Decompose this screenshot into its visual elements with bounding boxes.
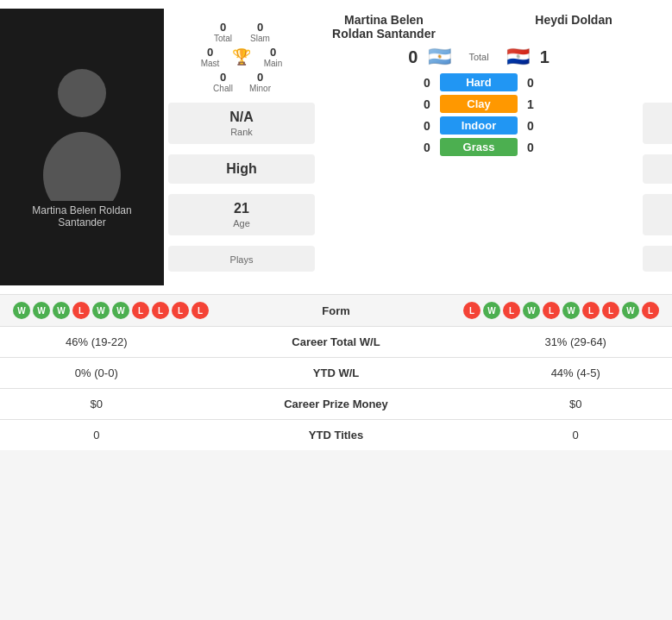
left-score: 0: [408, 47, 418, 67]
left-mast-cell: 0 Mast: [195, 46, 225, 68]
career-wl-right: 31% (29-64): [479, 327, 672, 358]
titles-right: 0: [479, 420, 672, 451]
form-badges-left: W W W L W W L L L L: [13, 302, 304, 319]
right-player-info: 0 Total 0 Slam 0 Mast 🏆 0: [638, 9, 672, 285]
career-wl-left: 46% (19-22): [0, 327, 193, 358]
left-form-3: W: [53, 302, 70, 319]
right-form-3: L: [503, 302, 520, 319]
form-badges-right: L W L W L W L L W L: [369, 302, 660, 319]
left-total-cell: 0 Total: [208, 21, 238, 43]
stats-row-4: 0 YTD Titles 0: [0, 420, 672, 451]
ytd-wl-right: 44% (4-5): [479, 358, 672, 389]
stats-row-3: $0 Career Prize Money $0: [0, 389, 672, 420]
indoor-left-score: 0: [419, 119, 435, 133]
left-center-name: Martina Belen Roldan Santander: [323, 13, 444, 41]
right-form-2: W: [483, 302, 500, 319]
surface-row-indoor: 0 Indoor 0: [323, 116, 634, 135]
left-form-4: L: [72, 302, 90, 319]
left-plays-card: Plays: [168, 246, 315, 272]
left-player-info: 0 Total 0 Slam 0 Mast 🏆 0: [164, 9, 319, 285]
match-names-row: Martina Belen Roldan Santander Heydi Dol…: [319, 13, 638, 41]
center-column: Martina Belen Roldan Santander Heydi Dol…: [319, 9, 638, 285]
score-center: 🇦🇷 Total 🇵🇾: [428, 46, 529, 68]
left-main-cell: 0 Main: [258, 46, 288, 68]
hard-button[interactable]: Hard: [440, 73, 518, 91]
right-age-card: 23 Age: [643, 194, 672, 235]
right-form-1: L: [463, 302, 480, 319]
left-chall-cell: 0 Chall: [208, 71, 238, 93]
left-player-name-photo: Martina Belen Roldan Santander: [0, 201, 164, 232]
right-form-4: W: [523, 302, 540, 319]
titles-left: 0: [0, 420, 193, 451]
score-flags-row: 0 🇦🇷 Total 🇵🇾 1: [408, 46, 550, 68]
match-section: Martina Belen Roldan Santander 0 Total 0…: [0, 0, 672, 294]
clay-button[interactable]: Clay: [440, 95, 518, 113]
right-form-5: L: [543, 302, 560, 319]
left-form-7: L: [132, 302, 149, 319]
left-trophy-icon: 🏆: [232, 47, 251, 66]
hard-right-score: 0: [523, 76, 538, 90]
left-flag: 🇦🇷: [428, 46, 451, 68]
indoor-button[interactable]: Indoor: [440, 116, 518, 135]
surface-row-grass: 0 Grass 0: [323, 138, 634, 156]
left-form-9: L: [172, 302, 189, 319]
surface-rows: 0 Hard 0 0 Clay 1 0 Indoor 0 0 Grass: [319, 73, 638, 156]
left-form-2: W: [33, 302, 50, 319]
left-minor-cell: 0 Minor: [245, 71, 275, 93]
grass-button[interactable]: Grass: [440, 138, 518, 156]
right-center-name: Heydi Doldan: [513, 13, 634, 27]
stats-row-2: 0% (0-0) YTD W/L 44% (4-5): [0, 358, 672, 389]
left-slam-cell: 0 Slam: [245, 21, 275, 43]
titles-label: YTD Titles: [193, 420, 480, 451]
career-wl-label: Career Total W/L: [193, 327, 480, 358]
form-section: W W W L W W L L L L Form L W L W L W L L…: [0, 294, 672, 326]
right-plays-card: Plays: [643, 246, 672, 272]
main-container: Martina Belen Roldan Santander 0 Total 0…: [0, 0, 672, 450]
left-form-1: W: [13, 302, 30, 319]
form-label: Form: [311, 304, 362, 317]
indoor-right-score: 0: [523, 119, 538, 133]
left-age-card: 21 Age: [168, 194, 315, 235]
hard-left-score: 0: [419, 76, 435, 90]
left-form-10: L: [192, 302, 209, 319]
clay-left-score: 0: [419, 97, 435, 111]
svg-point-0: [58, 69, 106, 117]
grass-left-score: 0: [419, 141, 435, 154]
prize-right: $0: [479, 389, 672, 420]
svg-point-1: [43, 132, 121, 201]
right-form-8: L: [602, 302, 619, 319]
surface-row-hard: 0 Hard 0: [323, 73, 634, 91]
left-player-sub-stats: 0 Total 0 Slam 0 Mast 🏆 0: [195, 21, 288, 96]
right-high-card: High: [643, 154, 672, 184]
prize-label: Career Prize Money: [193, 389, 480, 420]
right-form-6: W: [562, 302, 580, 319]
surface-row-clay: 0 Clay 1: [323, 95, 634, 113]
flags-row: 🇦🇷 Total 🇵🇾: [428, 46, 529, 68]
total-label: Total: [468, 52, 488, 62]
right-form-9: W: [622, 302, 639, 319]
stats-table: 46% (19-22) Career Total W/L 31% (29-64)…: [0, 326, 672, 450]
left-form-5: W: [92, 302, 110, 319]
ytd-wl-left: 0% (0-0): [0, 358, 193, 389]
left-rank-card: N/A Rank: [168, 103, 315, 144]
right-flag: 🇵🇾: [506, 46, 530, 68]
grass-right-score: 0: [523, 141, 538, 154]
right-score: 1: [540, 47, 550, 67]
right-form-10: L: [642, 302, 659, 319]
left-form-6: W: [112, 302, 129, 319]
left-player-photo: Martina Belen Roldan Santander: [0, 9, 164, 285]
right-form-7: L: [582, 302, 600, 319]
left-high-card: High: [168, 154, 315, 184]
right-rank-card: N/A Rank: [643, 103, 672, 144]
clay-right-score: 1: [523, 97, 538, 111]
stats-row-1: 46% (19-22) Career Total W/L 31% (29-64): [0, 327, 672, 358]
left-form-8: L: [152, 302, 169, 319]
prize-left: $0: [0, 389, 193, 420]
ytd-wl-label: YTD W/L: [193, 358, 480, 389]
